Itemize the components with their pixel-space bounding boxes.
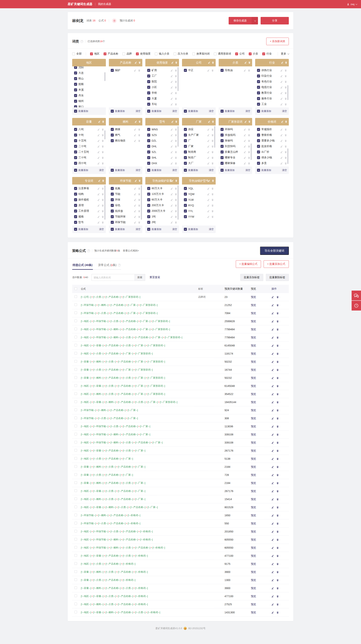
edit-icon[interactable] (134, 221, 136, 224)
delete-icon[interactable] (175, 86, 177, 88)
preview-link[interactable]: 预览 (251, 312, 256, 315)
item-checkbox[interactable] (257, 69, 260, 72)
edit-icon[interactable] (272, 482, 274, 484)
item-checkbox[interactable] (147, 221, 150, 224)
wechat-chat-icon[interactable] (352, 290, 361, 300)
edit-icon[interactable] (207, 151, 210, 153)
edit-icon[interactable] (281, 120, 284, 124)
delete-icon[interactable] (276, 546, 279, 549)
edit-icon[interactable] (272, 571, 274, 573)
delete-icon[interactable] (276, 417, 279, 420)
edit-icon[interactable] (272, 369, 274, 371)
batch-add-tag-button[interactable]: 批量添加标签 (240, 274, 263, 281)
preview-link[interactable]: 预览 (251, 562, 256, 566)
edit-icon[interactable] (244, 120, 247, 124)
edit-icon[interactable] (208, 61, 210, 64)
edit-icon[interactable] (98, 140, 100, 142)
item-checkbox[interactable] (220, 69, 224, 72)
row-checkbox[interactable] (74, 392, 77, 395)
edit-icon[interactable] (272, 377, 274, 379)
edit-icon[interactable] (170, 187, 173, 190)
edit-icon[interactable] (244, 134, 246, 136)
row-checkbox[interactable] (74, 465, 77, 468)
delete-icon[interactable] (248, 61, 251, 64)
row-checkbox[interactable] (74, 384, 77, 387)
filter-item[interactable]: 行业 (262, 52, 272, 56)
edit-icon[interactable] (170, 98, 173, 100)
edit-icon[interactable] (98, 151, 100, 153)
edit-icon[interactable] (272, 522, 274, 525)
formula-rules-link[interactable]: 查看公式规则> (123, 249, 139, 252)
delete-icon[interactable] (248, 162, 250, 164)
delete-icon[interactable] (102, 140, 104, 142)
edit-icon[interactable] (134, 69, 136, 72)
delete-icon[interactable] (138, 210, 140, 212)
filter-item[interactable]: 全部 (72, 52, 82, 56)
delete-icon[interactable] (175, 145, 177, 148)
delete-icon[interactable] (175, 151, 177, 153)
preview-link[interactable]: 预览 (251, 546, 256, 549)
item-checkbox[interactable] (257, 80, 260, 83)
filter-item[interactable]: 公司 (235, 52, 244, 56)
edit-icon[interactable] (272, 442, 274, 444)
item-checkbox[interactable] (74, 204, 77, 207)
delete-icon[interactable] (284, 86, 287, 88)
item-checkbox[interactable] (257, 156, 260, 159)
edit-icon[interactable] (98, 210, 100, 212)
delete-icon[interactable] (102, 193, 104, 196)
preview-link[interactable]: 预览 (251, 360, 256, 363)
clear-button[interactable]: 清空 (209, 168, 214, 172)
item-checkbox[interactable] (184, 156, 187, 159)
edit-icon[interactable] (280, 69, 283, 72)
item-checkbox[interactable] (184, 162, 187, 165)
delete-icon[interactable] (138, 179, 141, 182)
row-checkbox[interactable] (74, 538, 77, 540)
row-checkbox[interactable] (74, 522, 77, 524)
edit-icon[interactable] (272, 417, 274, 420)
delete-icon[interactable] (175, 75, 177, 77)
edit-icon[interactable] (170, 128, 173, 131)
delete-icon[interactable] (276, 538, 279, 541)
item-checkbox[interactable] (257, 150, 260, 154)
export-keywords-button[interactable]: 导出全部关键词 (260, 246, 289, 255)
delete-icon[interactable] (276, 498, 279, 500)
filter-item[interactable]: 输入介质 (155, 52, 170, 56)
filter-item[interactable]: 压力分类 (174, 52, 188, 56)
row-checkbox[interactable] (74, 602, 77, 605)
batch-delete-tag-button[interactable]: 批量删除标签 (266, 274, 289, 281)
tab-abnormal-formulas[interactable]: 异常公式 (0条) ? (98, 261, 121, 269)
edit-icon[interactable] (280, 140, 283, 142)
item-checkbox[interactable] (111, 139, 114, 142)
batch-add-button[interactable]: +批量添加 (111, 168, 125, 172)
item-checkbox[interactable] (257, 86, 260, 89)
clear-button[interactable]: 清空 (99, 168, 104, 172)
row-checkbox[interactable] (74, 473, 77, 476)
edit-icon[interactable] (171, 179, 174, 182)
scrollbar[interactable] (141, 185, 142, 220)
delete-icon[interactable] (138, 134, 140, 136)
delete-icon[interactable] (248, 120, 251, 124)
preview-link[interactable]: 预览 (251, 392, 256, 396)
edit-icon[interactable] (280, 98, 283, 100)
item-checkbox[interactable] (147, 86, 150, 89)
preview-link[interactable]: 预览 (251, 587, 256, 590)
clear-button[interactable]: 清空 (136, 228, 140, 231)
scrollbar[interactable] (178, 126, 178, 147)
delete-icon[interactable] (102, 120, 104, 124)
preview-link[interactable]: 预览 (251, 490, 256, 492)
delete-icon[interactable] (138, 140, 140, 142)
edit-icon[interactable] (170, 80, 173, 83)
item-checkbox[interactable] (111, 198, 114, 201)
preview-link[interactable]: 预览 (251, 474, 256, 476)
delete-icon[interactable] (211, 145, 214, 148)
item-checkbox[interactable] (111, 69, 114, 72)
preview-link[interactable]: 预览 (251, 449, 256, 452)
delete-icon[interactable] (276, 296, 279, 298)
delete-icon[interactable] (276, 506, 279, 508)
edit-icon[interactable] (207, 216, 210, 218)
clear-button[interactable]: 清空 (99, 228, 104, 231)
delete-icon[interactable] (175, 193, 177, 196)
batch-add-button[interactable]: +批量添加 (74, 110, 88, 113)
delete-icon[interactable] (102, 187, 104, 190)
row-checkbox[interactable] (74, 425, 77, 427)
